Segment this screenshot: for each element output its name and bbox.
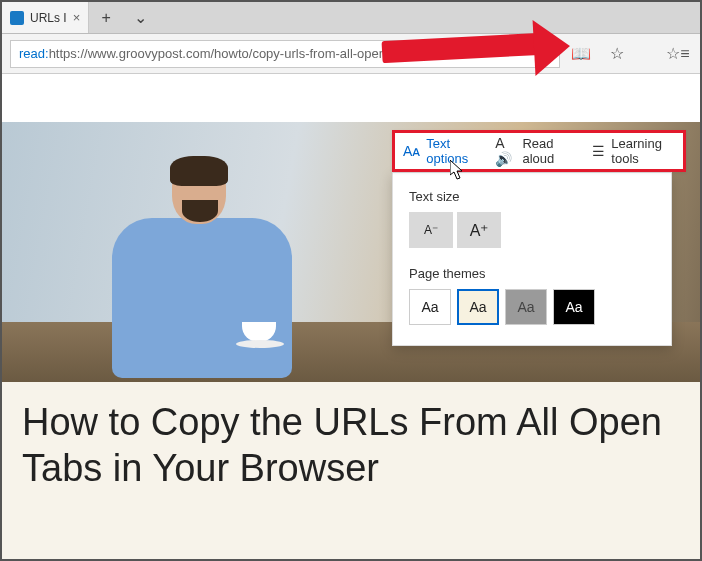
theme-sepia[interactable]: Aa: [457, 289, 499, 325]
browser-tab[interactable]: URLs I ×: [2, 2, 89, 33]
text-options-icon: Aᴀ: [403, 143, 420, 159]
text-size-increase[interactable]: A⁺: [457, 212, 501, 248]
url-protocol: read:: [19, 46, 49, 61]
close-icon[interactable]: ×: [73, 10, 81, 25]
text-options-button[interactable]: Aᴀ Text options: [395, 133, 487, 169]
favorite-star-icon[interactable]: ☆: [602, 40, 632, 68]
edge-icon: [10, 11, 24, 25]
new-tab-button[interactable]: +: [89, 2, 123, 33]
page-content: Aᴀ Text options A🔊 Read aloud ☰ Learning…: [2, 122, 700, 561]
page-themes-heading: Page themes: [409, 266, 655, 281]
learning-tools-icon: ☰: [592, 143, 605, 159]
read-aloud-label: Read aloud: [522, 136, 576, 166]
article-title: How to Copy the URLs From All Open Tabs …: [2, 382, 700, 491]
read-aloud-button[interactable]: A🔊 Read aloud: [487, 133, 584, 169]
text-options-panel: Text size A⁻ A⁺ Page themes Aa Aa Aa Aa: [392, 172, 672, 346]
text-size-row: A⁻ A⁺: [409, 212, 655, 248]
read-aloud-icon: A🔊: [495, 135, 516, 167]
text-size-heading: Text size: [409, 189, 655, 204]
theme-light[interactable]: Aa: [409, 289, 451, 325]
theme-gray[interactable]: Aa: [505, 289, 547, 325]
tab-title: URLs I: [30, 11, 67, 25]
text-size-decrease[interactable]: A⁻: [409, 212, 453, 248]
page-themes-row: Aa Aa Aa Aa: [409, 289, 655, 325]
favorites-bar-icon[interactable]: ☆≡: [664, 44, 692, 63]
theme-dark[interactable]: Aa: [553, 289, 595, 325]
cursor-icon: [450, 160, 466, 184]
tab-dropdown-button[interactable]: ⌄: [123, 2, 157, 33]
learning-tools-button[interactable]: ☰ Learning tools: [584, 133, 683, 169]
learning-tools-label: Learning tools: [611, 136, 675, 166]
reading-toolbar: Aᴀ Text options A🔊 Read aloud ☰ Learning…: [392, 130, 686, 172]
tab-strip: URLs I × + ⌄: [2, 2, 700, 34]
address-bar-row: read:https://www.groovypost.com/howto/co…: [2, 34, 700, 74]
